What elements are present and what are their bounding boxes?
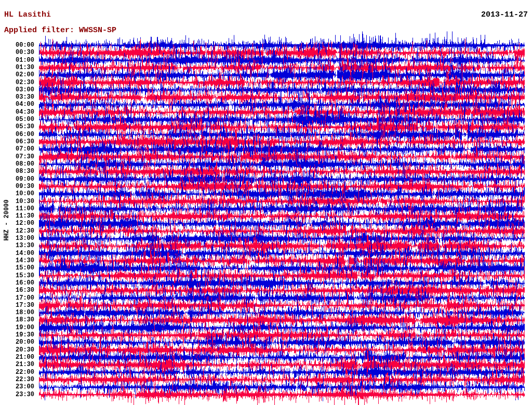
time-label: 05:30 — [0, 124, 34, 130]
time-label: 08:30 — [0, 168, 34, 175]
time-label: 14:00 — [0, 250, 34, 257]
time-label: 08:00 — [0, 161, 34, 168]
time-label: 01:00 — [0, 57, 34, 64]
time-label: 03:30 — [0, 94, 34, 101]
time-label: 03:00 — [0, 87, 34, 93]
helicorder-page: HL Lasithi 2013-11-27 Applied filter: WW… — [0, 0, 532, 405]
seismogram-traces — [0, 0, 532, 405]
date-label: 2013-11-27 — [481, 11, 528, 19]
time-label: 09:30 — [0, 183, 34, 190]
time-axis: 00:0000:3001:0001:3002:0002:3003:0003:30… — [0, 0, 34, 405]
time-label: 07:30 — [0, 154, 34, 160]
time-label: 14:30 — [0, 258, 34, 264]
time-label: 19:30 — [0, 332, 34, 339]
time-label: 21:30 — [0, 361, 34, 368]
time-label: 11:30 — [0, 213, 34, 220]
time-label: 16:30 — [0, 287, 34, 294]
time-label: 09:00 — [0, 176, 34, 183]
time-label: 11:00 — [0, 206, 34, 212]
time-label: 02:00 — [0, 72, 34, 78]
time-label: 00:30 — [0, 49, 34, 56]
time-label: 22:00 — [0, 369, 34, 376]
time-label: 13:00 — [0, 235, 34, 242]
time-label: 00:00 — [0, 42, 34, 49]
time-label: 06:30 — [0, 139, 34, 145]
time-label: 06:00 — [0, 131, 34, 138]
time-label: 10:30 — [0, 198, 34, 205]
time-label: 10:00 — [0, 191, 34, 197]
time-label: 12:00 — [0, 220, 34, 227]
time-label: 15:30 — [0, 273, 34, 279]
time-label: 17:00 — [0, 295, 34, 302]
time-label: 23:30 — [0, 392, 34, 398]
time-label: 19:00 — [0, 325, 34, 331]
time-label: 22:30 — [0, 376, 34, 383]
time-label: 13:30 — [0, 242, 34, 249]
time-label: 20:00 — [0, 339, 34, 346]
time-label: 16:00 — [0, 280, 34, 287]
time-label: 12:30 — [0, 228, 34, 235]
time-label: 21:00 — [0, 354, 34, 361]
time-label: 18:00 — [0, 309, 34, 316]
time-label: 15:00 — [0, 265, 34, 272]
time-label: 01:30 — [0, 64, 34, 71]
time-label: 04:00 — [0, 101, 34, 108]
time-label: 18:30 — [0, 317, 34, 323]
time-label: 17:30 — [0, 302, 34, 309]
time-label: 02:30 — [0, 79, 34, 86]
time-label: 20:30 — [0, 347, 34, 354]
time-label: 05:00 — [0, 116, 34, 123]
time-label: 23:00 — [0, 384, 34, 390]
time-label: 07:00 — [0, 146, 34, 153]
time-label: 04:30 — [0, 109, 34, 116]
